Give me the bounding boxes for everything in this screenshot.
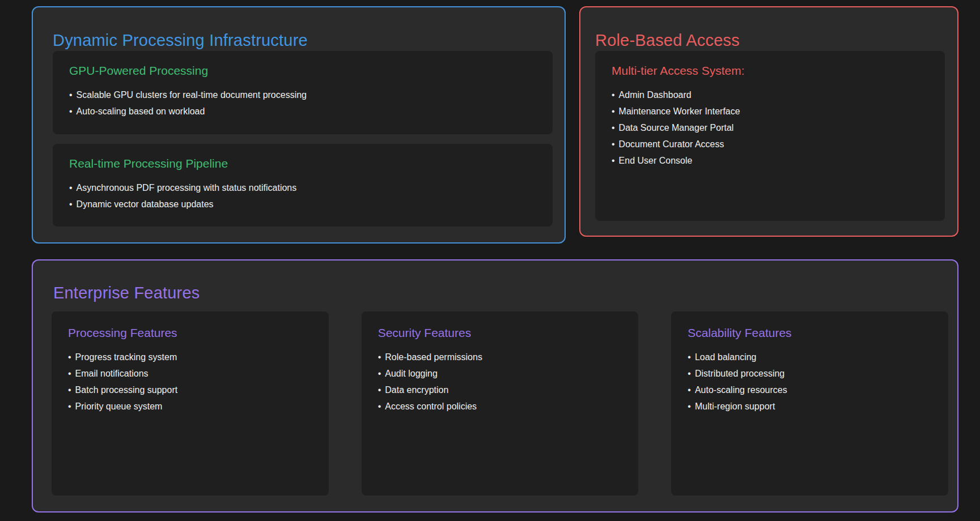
bullet-marker: • (69, 106, 73, 116)
bullet-marker: • (69, 90, 73, 100)
bullet-marker: • (68, 369, 71, 378)
bullet-marker: • (68, 402, 71, 411)
card-scalability-features: Scalability Features •Load balancing •Di… (671, 311, 948, 496)
enterprise-cards-row: Processing Features •Progress tracking s… (52, 311, 948, 496)
list-item-text: Document Curator Access (619, 139, 724, 149)
list-item-text: Dynamic vector database updates (77, 199, 214, 209)
list-item-text: Priority queue system (75, 402, 163, 411)
card-title-scalability-features: Scalability Features (688, 326, 932, 340)
gpu-processing-list: •Scalable GPU clusters for real-time doc… (69, 87, 536, 119)
bullet-marker: • (688, 352, 691, 362)
card-real-time-processing-pipeline: Real-time Processing Pipeline •Asynchron… (53, 144, 553, 227)
list-item: •Asynchronous PDF processing with status… (69, 180, 536, 196)
list-item: •Dynamic vector database updates (69, 196, 536, 212)
card-title-processing-features: Processing Features (68, 326, 312, 340)
card-security-features: Security Features •Role-based permission… (362, 311, 639, 496)
bullet-marker: • (69, 183, 73, 193)
bullet-marker: • (612, 90, 615, 100)
list-item-text: Auto-scaling based on workload (77, 106, 205, 116)
bullet-marker: • (688, 402, 691, 411)
card-multi-tier-access-system: Multi-tier Access System: •Admin Dashboa… (595, 51, 945, 221)
panel-role-based-access: Role-Based Access Multi-tier Access Syst… (579, 6, 958, 237)
scalability-features-list: •Load balancing •Distributed processing … (688, 349, 932, 415)
list-item: •Data Source Manager Portal (612, 119, 928, 136)
card-title-multi-tier-access-system: Multi-tier Access System: (612, 64, 928, 78)
list-item: •Load balancing (688, 349, 932, 365)
panel-title-infrastructure: Dynamic Processing Infrastructure (53, 31, 308, 50)
list-item-text: End User Console (619, 156, 693, 165)
card-title-gpu-powered-processing: GPU-Powered Processing (69, 64, 536, 78)
panel-enterprise-features: Enterprise Features Processing Features … (32, 259, 958, 513)
list-item-text: Batch processing support (75, 385, 178, 395)
bullet-marker: • (688, 369, 691, 378)
list-item-text: Maintenance Worker Interface (619, 106, 740, 116)
list-item-text: Asynchronous PDF processing with status … (77, 183, 297, 193)
list-item-text: Audit logging (385, 369, 438, 378)
bullet-marker: • (612, 106, 615, 116)
pipeline-list: •Asynchronous PDF processing with status… (69, 180, 536, 212)
list-item: •Multi-region support (688, 398, 932, 415)
bullet-marker: • (612, 123, 615, 133)
list-item: •Admin Dashboard (612, 87, 928, 103)
list-item: •Document Curator Access (612, 136, 928, 152)
list-item-text: Access control policies (385, 402, 477, 411)
page-canvas: Dynamic Processing Infrastructure GPU-Po… (0, 0, 980, 521)
list-item: •Batch processing support (68, 382, 312, 398)
list-item: •Access control policies (378, 398, 622, 415)
security-features-list: •Role-based permissions •Audit logging •… (378, 349, 622, 415)
processing-features-list: •Progress tracking system •Email notific… (68, 349, 312, 415)
list-item-text: Distributed processing (695, 369, 784, 378)
bullet-marker: • (68, 385, 71, 395)
list-item: •Data encryption (378, 382, 622, 398)
bullet-marker: • (69, 199, 73, 209)
card-processing-features: Processing Features •Progress tracking s… (52, 311, 329, 496)
bullet-marker: • (378, 369, 381, 378)
bullet-marker: • (378, 352, 381, 362)
list-item: •Progress tracking system (68, 349, 312, 365)
list-item: •Maintenance Worker Interface (612, 103, 928, 119)
panel-title-enterprise-features: Enterprise Features (53, 284, 200, 302)
list-item-text: Role-based permissions (385, 352, 482, 362)
bullet-marker: • (378, 385, 381, 395)
list-item: •Auto-scaling resources (688, 382, 932, 398)
list-item: •Scalable GPU clusters for real-time doc… (69, 87, 536, 103)
bullet-marker: • (612, 156, 615, 165)
list-item-text: Progress tracking system (75, 352, 177, 362)
bullet-marker: • (378, 402, 381, 411)
list-item: •Auto-scaling based on workload (69, 103, 536, 119)
list-item-text: Load balancing (695, 352, 757, 362)
bullet-marker: • (68, 352, 71, 362)
card-title-security-features: Security Features (378, 326, 622, 340)
access-tiers-list: •Admin Dashboard •Maintenance Worker Int… (612, 87, 928, 169)
list-item-text: Scalable GPU clusters for real-time docu… (77, 90, 307, 100)
list-item-text: Admin Dashboard (619, 90, 691, 100)
panel-title-role-based-access: Role-Based Access (595, 31, 740, 50)
list-item: •Audit logging (378, 365, 622, 382)
bullet-marker: • (612, 139, 615, 149)
list-item: •End User Console (612, 152, 928, 169)
bullet-marker: • (688, 385, 691, 395)
list-item: •Role-based permissions (378, 349, 622, 365)
card-gpu-powered-processing: GPU-Powered Processing •Scalable GPU clu… (53, 51, 553, 134)
list-item-text: Multi-region support (695, 402, 775, 411)
list-item-text: Data encryption (385, 385, 448, 395)
list-item-text: Email notifications (75, 369, 149, 378)
card-title-real-time-processing-pipeline: Real-time Processing Pipeline (69, 157, 536, 170)
list-item: •Email notifications (68, 365, 312, 382)
list-item-text: Auto-scaling resources (695, 385, 787, 395)
panel-dynamic-processing-infrastructure: Dynamic Processing Infrastructure GPU-Po… (32, 6, 566, 244)
list-item-text: Data Source Manager Portal (619, 123, 734, 133)
list-item: •Distributed processing (688, 365, 932, 382)
list-item: •Priority queue system (68, 398, 312, 415)
